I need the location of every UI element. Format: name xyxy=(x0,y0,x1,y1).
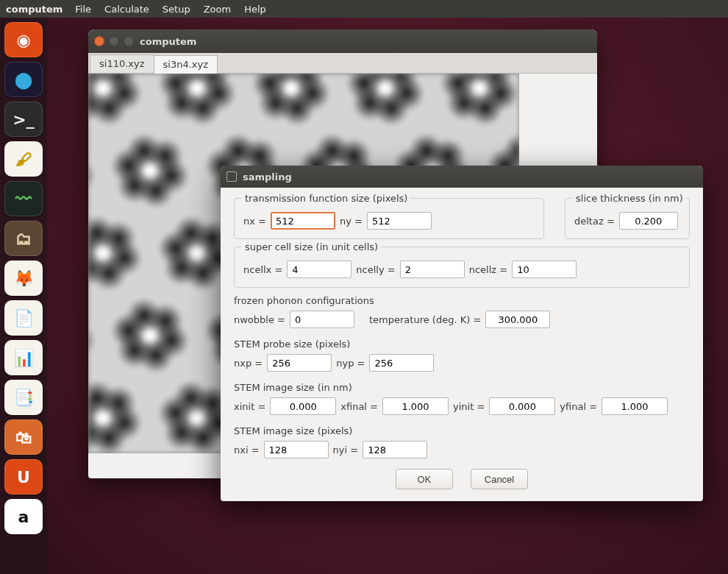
launcher-libreoffice-impress[interactable]: 📑 xyxy=(4,380,43,415)
ncellz-input[interactable] xyxy=(512,261,577,278)
nyi-label: nyi = xyxy=(333,444,359,456)
nyp-label: nyp = xyxy=(336,358,365,369)
ncellx-label: ncellx = xyxy=(243,264,282,275)
supercell-legend: super cell size (in unit cells) xyxy=(242,241,381,252)
ncellx-input[interactable] xyxy=(287,261,351,278)
computem-titlebar: computem xyxy=(88,29,597,53)
dialog-icon xyxy=(226,171,237,182)
launcher-libreoffice-draw[interactable]: 🖌 xyxy=(4,141,43,177)
window-maximize-button[interactable] xyxy=(124,36,134,46)
launcher-terminal[interactable]: >_ xyxy=(4,102,43,137)
ny-input[interactable] xyxy=(367,212,432,230)
ok-button[interactable]: OK xyxy=(396,469,453,489)
ncelly-label: ncelly = xyxy=(356,264,395,275)
menu-setup[interactable]: Setup xyxy=(156,4,197,15)
launcher-firefox[interactable]: 🦊 xyxy=(4,261,43,296)
launcher-ubuntu-one[interactable]: U xyxy=(4,459,43,495)
nyp-input[interactable] xyxy=(369,354,434,372)
yinit-label: yinit = xyxy=(453,401,485,412)
ncelly-input[interactable] xyxy=(400,261,465,278)
menu-zoom[interactable]: Zoom xyxy=(197,4,238,15)
nxi-input[interactable] xyxy=(264,441,329,458)
slice-legend: slice thickness (in nm) xyxy=(573,193,686,204)
launcher-libreoffice-writer[interactable]: 📄 xyxy=(4,300,43,336)
xfinal-label: xfinal = xyxy=(340,401,378,412)
tab-strip: si110.xyzsi3n4.xyz xyxy=(88,53,597,74)
tab-si3n4-xyz[interactable]: si3n4.xyz xyxy=(154,55,218,74)
launcher-dash[interactable]: ◉ xyxy=(4,22,43,57)
launcher-amazon[interactable]: a xyxy=(4,499,43,534)
xinit-input[interactable] xyxy=(270,397,336,415)
temperature-input[interactable] xyxy=(485,311,550,328)
sampling-titlebar: sampling xyxy=(221,166,703,188)
sampling-dialog: sampling transmission function size (pix… xyxy=(221,166,703,501)
ny-label: ny = xyxy=(340,216,363,227)
launcher-system-monitor[interactable]: 〰 xyxy=(4,181,43,216)
tab-si110-xyz[interactable]: si110.xyz xyxy=(90,54,154,73)
yinit-input[interactable] xyxy=(489,397,555,415)
launcher-atom-viewer[interactable]: ⬤ xyxy=(4,62,43,97)
menu-file[interactable]: File xyxy=(68,4,98,15)
nx-label: nx = xyxy=(243,216,266,227)
nxp-input[interactable] xyxy=(267,354,332,372)
transmission-legend: transmission function size (pixels) xyxy=(242,193,410,204)
computem-window-title: computem xyxy=(140,36,196,47)
deltaz-input[interactable] xyxy=(619,212,678,230)
nxi-label: nxi = xyxy=(234,444,260,456)
window-close-button[interactable] xyxy=(94,36,104,46)
window-minimize-button[interactable] xyxy=(109,36,119,46)
deltaz-label: deltaz = xyxy=(574,216,615,227)
imgnm-heading: STEM image size (in nm) xyxy=(234,382,690,393)
phonon-heading: frozen phonon configurations xyxy=(234,295,690,306)
yfinal-input[interactable] xyxy=(602,397,668,415)
nx-input[interactable] xyxy=(271,212,335,230)
unity-launcher: ◉⬤>_🖌〰🗂🦊📄📊📑🛍Ua xyxy=(0,18,47,574)
probe-heading: STEM probe size (pixels) xyxy=(234,339,690,350)
xinit-label: xinit = xyxy=(234,401,265,412)
ncellz-label: ncellz = xyxy=(469,264,507,275)
imgpx-heading: STEM image size (pixels) xyxy=(234,425,690,436)
sampling-dialog-title: sampling xyxy=(243,171,292,183)
launcher-software-center[interactable]: 🛍 xyxy=(4,419,43,455)
cancel-button[interactable]: Cancel xyxy=(471,469,528,489)
top-menubar: computem FileCalculateSetupZoomHelp xyxy=(0,0,728,18)
app-name: computem xyxy=(3,4,68,15)
nxp-label: nxp = xyxy=(234,358,263,369)
xfinal-input[interactable] xyxy=(382,397,449,415)
temperature-label: temperature (deg. K) = xyxy=(369,314,481,325)
nwobble-label: nwobble = xyxy=(234,314,285,325)
launcher-files[interactable]: 🗂 xyxy=(4,221,43,256)
nyi-input[interactable] xyxy=(363,441,427,458)
menu-help[interactable]: Help xyxy=(238,4,273,15)
menu-calculate[interactable]: Calculate xyxy=(98,4,156,15)
launcher-libreoffice-calc[interactable]: 📊 xyxy=(4,340,43,375)
nwobble-input[interactable] xyxy=(290,311,354,328)
yfinal-label: yfinal = xyxy=(560,401,597,412)
